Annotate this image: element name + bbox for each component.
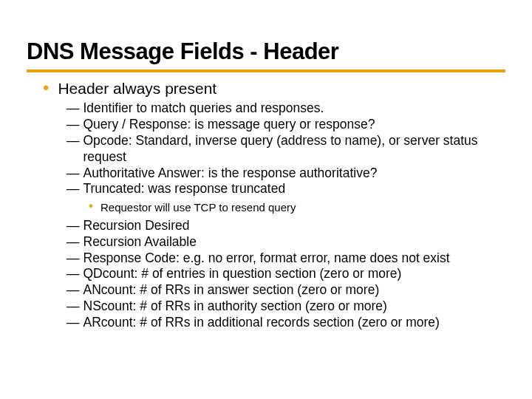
bullet-level1: • Header always present xyxy=(43,80,505,98)
bullet-level2: — ANcount: # of RRs in answer section (z… xyxy=(66,282,505,299)
dash-icon: — xyxy=(66,218,80,234)
dash-icon: — xyxy=(66,266,80,282)
dash-icon: — xyxy=(66,315,80,331)
bullet-level2-text: QDcount: # of entries in question sectio… xyxy=(83,266,506,282)
dash-icon: — xyxy=(66,117,80,133)
bullet-level2-text: Opcode: Standard, inverse query (address… xyxy=(83,133,506,166)
bullet-level2: — NScount: # of RRs in authority section… xyxy=(66,299,505,315)
bullet-level2-text: ARcount: # of RRs in additional records … xyxy=(83,315,506,331)
group-items-1: — Identifier to match queries and respon… xyxy=(66,100,505,331)
dash-icon: — xyxy=(66,250,80,267)
dash-icon: — xyxy=(66,282,80,299)
dash-icon: — xyxy=(66,299,80,315)
bullet-level1-text: Header always present xyxy=(58,80,216,98)
bullet-level2-text: Recursion Desired xyxy=(83,218,506,234)
dash-icon: — xyxy=(66,234,80,250)
bullet-level2: — Query / Response: is message query or … xyxy=(66,117,505,133)
bullet-level2: — Authoritative Answer: is the response … xyxy=(66,166,505,182)
bullet-level3: • Requestor will use TCP to resend query xyxy=(89,200,505,215)
dash-icon: — xyxy=(66,166,80,182)
bullet-level2-text: Response Code: e.g. no error, format err… xyxy=(83,250,506,267)
dash-icon: — xyxy=(66,133,80,149)
bullet-level2: — Response Code: e.g. no error, format e… xyxy=(66,250,505,267)
bullet-level2: — ARcount: # of RRs in additional record… xyxy=(66,315,505,331)
bullet-level2: — Truncated: was response truncated xyxy=(66,181,505,197)
bullet-level2-text: Identifier to match queries and response… xyxy=(83,100,506,117)
slide-title: DNS Message Fields - Header xyxy=(27,38,505,72)
bullet-level2: — Recursion Desired xyxy=(66,218,505,234)
bullet-level2-text: Authoritative Answer: is the response au… xyxy=(83,166,506,182)
dash-icon: — xyxy=(66,100,80,117)
bullet-level2: — QDcount: # of entries in question sect… xyxy=(66,266,505,282)
bullet-level2: — Recursion Available xyxy=(66,234,505,250)
bullet-level2-text: NScount: # of RRs in authority section (… xyxy=(83,299,506,315)
dash-icon: — xyxy=(66,181,80,197)
bullet-level3-text: Requestor will use TCP to resend query xyxy=(100,200,296,215)
bullet-level2-text: Query / Response: is message query or re… xyxy=(83,117,506,133)
bullet-dot-icon: • xyxy=(89,200,93,211)
bullet-level2: — Identifier to match queries and respon… xyxy=(66,100,505,117)
slide-content: • Header always present — Identifier to … xyxy=(27,80,505,331)
bullet-level2-text: ANcount: # of RRs in answer section (zer… xyxy=(83,282,506,299)
bullet-level2: — Opcode: Standard, inverse query (addre… xyxy=(66,133,505,166)
bullet-level2-text: Truncated: was response truncated xyxy=(83,181,506,197)
bullet-level2-text: Recursion Available xyxy=(83,234,506,250)
bullet-dot-icon: • xyxy=(43,80,49,95)
